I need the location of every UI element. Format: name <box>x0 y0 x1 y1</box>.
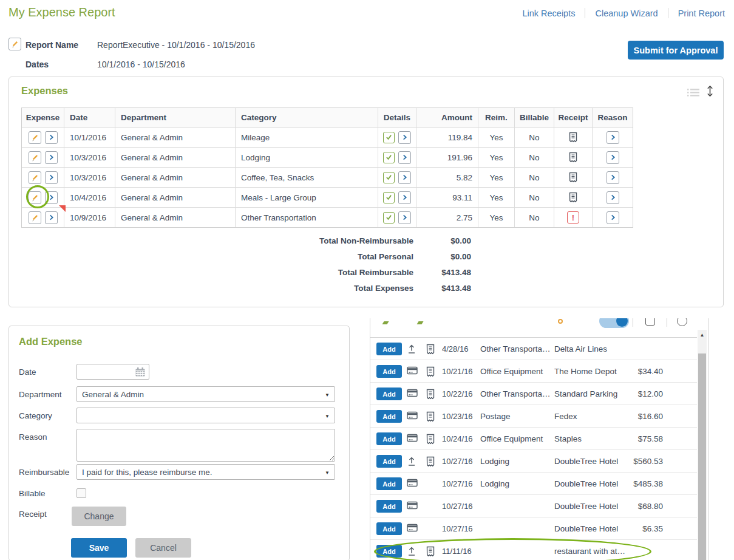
expand-collapse-icon[interactable] <box>706 85 714 97</box>
reimbursable-select[interactable]: I paid for this, please reimburse me. ▼ <box>76 464 335 480</box>
submit-for-approval-button[interactable]: Submit for Approval <box>628 41 724 60</box>
receipt-icon[interactable] <box>569 132 577 143</box>
add-imported-expense-button[interactable]: Add <box>376 500 402 513</box>
edit-expense-button[interactable] <box>29 151 41 164</box>
add-imported-expense-button[interactable]: Add <box>376 455 402 468</box>
upload-icon <box>407 546 416 556</box>
reason-open-button[interactable] <box>607 171 619 184</box>
add-imported-expense-button[interactable]: Add <box>376 343 402 355</box>
open-expense-button[interactable] <box>45 151 58 164</box>
category-select[interactable]: ▼ <box>76 408 335 423</box>
expense-department: General & Admin <box>115 187 236 207</box>
open-expense-button[interactable] <box>45 131 58 144</box>
chevron-right-icon <box>49 214 54 220</box>
receipt-icon <box>426 456 435 467</box>
expense-department: General & Admin <box>115 147 236 167</box>
pencil-icon <box>31 134 39 142</box>
cancel-button[interactable]: Cancel <box>135 538 191 558</box>
edit-expense-button[interactable] <box>29 171 41 184</box>
receipt-icon <box>426 411 435 422</box>
expense-date: 10/3/2016 <box>64 167 115 187</box>
chevron-right-icon <box>610 214 616 220</box>
billable-checkbox[interactable] <box>76 488 86 498</box>
details-check-icon[interactable] <box>383 132 395 143</box>
reason-textarea[interactable] <box>76 429 335 462</box>
edit-expense-button[interactable] <box>29 131 41 144</box>
add-imported-expense-button[interactable]: Add <box>376 545 402 558</box>
receipt-icon[interactable] <box>569 172 577 183</box>
total-value: $413.48 <box>413 268 471 277</box>
chevron-right-icon <box>402 174 407 180</box>
details-check-icon[interactable] <box>383 152 395 163</box>
upload-icon <box>407 344 416 354</box>
imported-amount: $16.60 <box>625 412 663 421</box>
add-imported-expense-button[interactable]: Add <box>376 477 402 490</box>
link-receipts-link[interactable]: Link Receipts <box>522 9 575 18</box>
scrollbar-thumb[interactable] <box>698 353 706 560</box>
calendar-icon[interactable] <box>135 367 145 377</box>
expense-reimbursable: Yes <box>478 127 515 147</box>
imported-expense-row: Add 10/24/16 Office Equipment Staples $7… <box>370 428 697 450</box>
panel-circle-icon[interactable] <box>677 318 687 326</box>
add-imported-expense-button[interactable]: Add <box>376 522 402 535</box>
col-billable: Billable <box>515 108 554 127</box>
imported-amount: $68.80 <box>625 502 663 511</box>
reason-open-button[interactable] <box>607 131 619 144</box>
date-input[interactable] <box>76 364 149 380</box>
details-check-icon[interactable] <box>383 192 395 203</box>
reason-open-button[interactable] <box>607 151 619 164</box>
details-open-button[interactable] <box>398 131 411 144</box>
details-open-button[interactable] <box>398 171 411 184</box>
expense-amount: 5.82 <box>416 167 478 187</box>
department-select[interactable]: General & Admin ▼ <box>76 386 335 402</box>
save-button[interactable]: Save <box>71 538 127 558</box>
expense-row: 10/9/2016 General & Admin Other Transpor… <box>22 207 633 227</box>
expense-row: 10/3/2016 General & Admin Coffee, Tea, S… <box>22 167 633 187</box>
receipt-icon[interactable] <box>569 152 577 163</box>
total-row: Total Expenses $413.48 <box>231 280 471 296</box>
print-report-link[interactable]: Print Report <box>678 9 725 18</box>
scrollbar[interactable]: ▲ <box>698 330 707 560</box>
expense-billable: No <box>515 187 554 207</box>
open-expense-button[interactable] <box>45 191 58 204</box>
edit-expense-button[interactable] <box>29 191 41 204</box>
scroll-up-arrow-icon[interactable]: ▲ <box>698 330 707 340</box>
imported-date: 4/28/16 <box>442 344 468 353</box>
toggle-switch[interactable] <box>599 318 629 328</box>
details-open-button[interactable] <box>398 191 411 204</box>
edit-expense-button[interactable] <box>29 211 41 224</box>
details-open-button[interactable] <box>398 151 411 164</box>
imported-merchant: Fedex <box>554 412 628 421</box>
missing-receipt-alert-icon[interactable]: ! <box>567 211 579 224</box>
receipt-icon[interactable] <box>569 192 577 203</box>
open-expense-button[interactable] <box>45 171 58 184</box>
list-view-icon[interactable] <box>687 88 699 97</box>
add-imported-expense-button[interactable]: Add <box>376 410 402 423</box>
department-label: Department <box>19 390 62 399</box>
details-check-icon[interactable] <box>383 172 395 183</box>
credit-card-icon <box>407 501 418 510</box>
expense-amount: 2.75 <box>416 207 478 227</box>
chevron-right-icon <box>49 134 54 140</box>
reason-open-button[interactable] <box>607 191 619 204</box>
panel-box-icon[interactable] <box>645 318 655 326</box>
add-imported-expense-button[interactable]: Add <box>376 432 402 445</box>
credit-card-icon <box>407 479 418 487</box>
change-receipt-button[interactable]: Change <box>72 507 126 526</box>
chevron-right-icon <box>402 134 407 140</box>
chevron-right-icon <box>49 194 54 200</box>
expense-row: 10/1/2016 General & Admin Mileage 119.84… <box>22 127 633 147</box>
total-label: Total Non-Reimbursable <box>231 236 413 245</box>
cleanup-wizard-link[interactable]: Cleanup Wizard <box>595 9 658 18</box>
reason-open-button[interactable] <box>607 211 619 224</box>
imported-category: Postage <box>480 412 554 421</box>
add-imported-expense-button[interactable]: Add <box>376 388 402 400</box>
open-expense-button[interactable] <box>45 211 58 224</box>
expense-row: 10/3/2016 General & Admin Lodging 191.96… <box>22 147 633 167</box>
imported-expense-row: Add 10/21/16 Office Equipment The Home D… <box>370 360 697 383</box>
add-imported-expense-button[interactable]: Add <box>376 365 402 378</box>
details-check-icon[interactable] <box>383 212 395 224</box>
imported-date: 10/27/16 <box>442 457 473 466</box>
details-open-button[interactable] <box>398 211 411 224</box>
edit-report-name-button[interactable] <box>8 38 21 50</box>
